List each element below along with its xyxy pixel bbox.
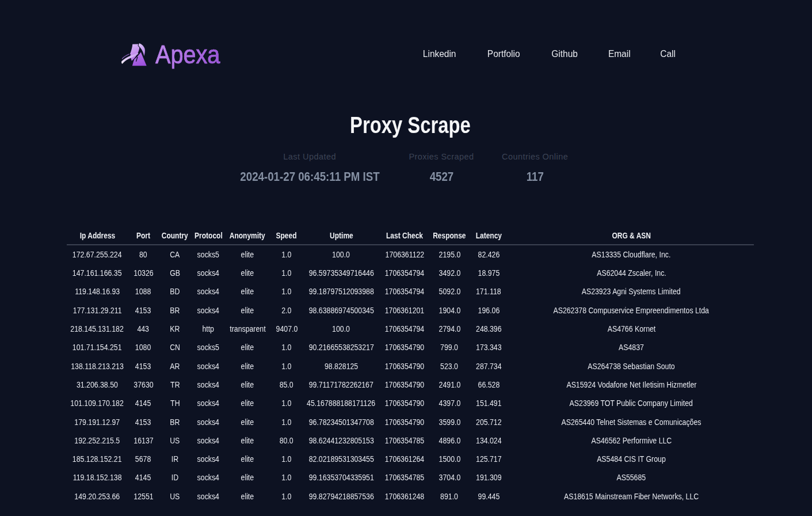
- cell-anonymity: elite: [226, 375, 269, 394]
- cell-uptime: 45.167888188171126: [304, 394, 379, 412]
- cell-response: 3704.0: [430, 468, 468, 487]
- stat-proxies-scraped: Proxies Scraped4527: [408, 152, 475, 184]
- cell-uptime: 96.78234501347708: [304, 412, 379, 431]
- site-header: Apexa LinkedinPortfolioGithubEmailCall: [0, 0, 812, 86]
- cell-last-check: 1706361248: [379, 487, 430, 506]
- cell-org-asn: AS18615 Mainstream Fiber Networks, LLC: [509, 487, 754, 506]
- cell-port: 80: [128, 245, 159, 263]
- table-row: 31.206.38.5037630TRsocks4elite85.099.711…: [67, 375, 754, 394]
- stat-countries-online: Countries Online117: [502, 152, 569, 184]
- cell-protocol: socks4: [191, 394, 226, 412]
- cell-port: 4153: [128, 301, 159, 319]
- stat-label: Last Updated: [239, 152, 380, 161]
- cell-response: 2491.0: [430, 375, 468, 394]
- cell-country: AR: [159, 356, 191, 375]
- nav-item-portfolio: Portfolio: [486, 48, 521, 60]
- cell-org-asn: AS5484 CIS IT Group: [509, 450, 754, 468]
- cell-response: 4397.0: [430, 394, 468, 412]
- nav-item-linkedin: Linkedin: [423, 48, 456, 60]
- cell-protocol: socks4: [191, 356, 226, 375]
- cell-port: 10326: [128, 264, 159, 282]
- nav-item-github: Github: [551, 48, 578, 60]
- cell-protocol: socks5: [191, 338, 226, 356]
- cell-response: 799.0: [430, 338, 468, 356]
- cell-uptime: 96.59735349716446: [304, 264, 379, 282]
- cell-anonymity: elite: [226, 356, 269, 375]
- table-row: 119.148.16.931088BDsocks4elite1.099.1879…: [67, 282, 754, 301]
- cell-port: 4153: [128, 412, 159, 431]
- col-header-response: Response: [430, 226, 468, 245]
- cell-speed: 1.0: [269, 338, 304, 356]
- cell-latency: 287.734: [468, 356, 509, 375]
- cell-ip-address: 149.20.253.66: [67, 487, 128, 506]
- cell-uptime: 90.21665538253217: [304, 338, 379, 356]
- cell-ip-address: 179.191.12.97: [67, 412, 128, 431]
- nav-link-github[interactable]: Github: [551, 48, 578, 60]
- table-header-row: Ip AddressPortCountryProtocolAnonymitySp…: [67, 226, 754, 245]
- cell-latency: 191.309: [468, 468, 509, 487]
- cell-response: 523.0: [430, 356, 468, 375]
- table-row: 179.191.12.974153BRsocks4elite1.096.7823…: [67, 412, 754, 431]
- cell-ip-address: 177.131.29.211: [67, 301, 128, 319]
- cell-country: GB: [159, 264, 191, 282]
- table-row: 185.128.152.215678IRsocks4elite1.082.021…: [67, 450, 754, 468]
- cell-latency: 151.491: [468, 394, 509, 412]
- nav-link-call[interactable]: Call: [661, 48, 676, 60]
- cell-anonymity: elite: [226, 468, 269, 487]
- stat-last-updated: Last Updated2024-01-27 06:45:11 PM IST: [239, 152, 380, 184]
- brand-logo[interactable]: Apexa: [120, 41, 147, 66]
- cell-speed: 1.0: [269, 450, 304, 468]
- proxy-table-head: Ip AddressPortCountryProtocolAnonymitySp…: [67, 226, 754, 245]
- cell-org-asn: AS15924 Vodafone Net Iletisim Hizmetler: [509, 375, 754, 394]
- cell-anonymity: elite: [226, 301, 269, 319]
- cell-country: US: [159, 487, 191, 506]
- nav-link-email[interactable]: Email: [608, 48, 631, 60]
- cell-response: 1904.0: [430, 301, 468, 319]
- cell-ip-address: 192.252.215.5: [67, 431, 128, 450]
- cell-protocol: socks4: [191, 468, 226, 487]
- cell-ip-address: 185.128.152.21: [67, 450, 128, 468]
- cell-last-check: 1706354790: [379, 412, 430, 431]
- col-header-org-asn: ORG & ASN: [509, 226, 754, 245]
- cell-org-asn: AS264738 Sebastian Souto: [509, 356, 754, 375]
- cell-port: 37630: [128, 375, 159, 394]
- cell-response: 2195.0: [430, 245, 468, 263]
- cell-uptime: 99.82794218857536: [304, 487, 379, 506]
- table-row: 138.118.213.2134153ARsocks4elite1.098.82…: [67, 356, 754, 375]
- cell-last-check: 1706354794: [379, 282, 430, 301]
- cell-response: 4896.0: [430, 431, 468, 450]
- cell-uptime: 98.63886974500345: [304, 301, 379, 319]
- table-row: 147.161.166.3510326GBsocks4elite1.096.59…: [67, 264, 754, 282]
- table-row: 101.71.154.2511080CNsocks5elite1.090.216…: [67, 338, 754, 356]
- cell-response: 891.0: [430, 487, 468, 506]
- cell-response: 5092.0: [430, 282, 468, 301]
- cell-org-asn: AS62044 Zscaler, Inc.: [509, 264, 754, 282]
- cell-speed: 2.0: [269, 301, 304, 319]
- cell-country: BR: [159, 301, 191, 319]
- cell-protocol: socks4: [191, 264, 226, 282]
- stat-value: 117: [502, 169, 569, 184]
- cell-country: CA: [159, 245, 191, 263]
- table-row: 218.145.131.182443KRhttptransparent9407.…: [67, 320, 754, 338]
- cell-protocol: socks4: [191, 450, 226, 468]
- stat-value: 2024-01-27 06:45:11 PM IST: [239, 169, 380, 184]
- cell-anonymity: elite: [226, 264, 269, 282]
- cell-country: US: [159, 431, 191, 450]
- cell-latency: 99.445: [468, 487, 509, 506]
- cell-speed: 9407.0: [269, 320, 304, 338]
- cell-anonymity: elite: [226, 412, 269, 431]
- cell-speed: 1.0: [269, 282, 304, 301]
- cell-speed: 1.0: [269, 394, 304, 412]
- cell-anonymity: elite: [226, 431, 269, 450]
- stats-bar: Last Updated2024-01-27 06:45:11 PM ISTPr…: [0, 152, 812, 187]
- cell-last-check: 1706354790: [379, 338, 430, 356]
- stat-label: Proxies Scraped: [408, 152, 475, 161]
- cell-uptime: 99.71171782262167: [304, 375, 379, 394]
- cell-ip-address: 147.161.166.35: [67, 264, 128, 282]
- nav-link-portfolio[interactable]: Portfolio: [487, 48, 520, 60]
- nav-link-linkedin[interactable]: Linkedin: [423, 48, 456, 60]
- cell-latency: 248.396: [468, 320, 509, 338]
- table-row: 119.18.152.1384145IDsocks4elite1.099.163…: [67, 468, 754, 487]
- col-header-last-check: Last Check: [379, 226, 430, 245]
- col-header-port: Port: [128, 226, 159, 245]
